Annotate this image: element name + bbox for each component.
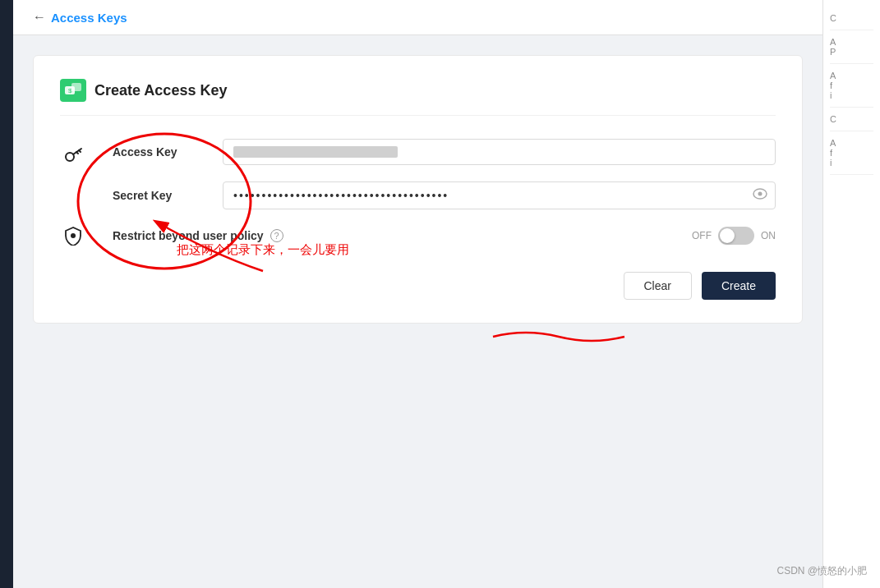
right-panel-item-2: AP (830, 37, 873, 64)
create-button[interactable]: Create (702, 272, 776, 300)
secret-key-input[interactable] (223, 181, 776, 209)
secret-key-label: Secret Key (113, 189, 203, 202)
svg-line-6 (76, 152, 78, 154)
toggle-visibility-icon[interactable] (753, 188, 767, 203)
restrict-label: Restrict beyond user policy (113, 229, 264, 242)
right-panel-item-3: Afi (830, 71, 873, 108)
right-panel-item-5: Afi (830, 138, 873, 175)
card-header-icon: $ (60, 79, 86, 102)
toggle-on-label: ON (761, 230, 776, 241)
page-content: $ Create Access Key (13, 35, 822, 588)
form-section: Access Key Secret Key (60, 139, 776, 209)
svg-rect-1 (71, 83, 81, 91)
back-link-label: Access Keys (51, 11, 127, 25)
key-icon (60, 145, 86, 165)
card-header: $ Create Access Key (60, 79, 776, 116)
secret-key-row: Secret Key (113, 181, 776, 209)
access-key-label: Access Key (113, 145, 203, 158)
access-key-input-wrap (223, 139, 776, 165)
toggle-off-label: OFF (692, 230, 712, 241)
restrict-section: Restrict beyond user policy ? OFF ON (60, 226, 776, 246)
right-panel: C AP Afi C Afi (822, 0, 880, 588)
main-content: ← Access Keys $ Create Access Key (13, 0, 822, 588)
card-title: Create Access Key (94, 82, 227, 99)
svg-text:$: $ (68, 87, 72, 94)
toggle-wrap: OFF ON (692, 227, 776, 245)
clear-button[interactable]: Clear (624, 272, 692, 300)
red-underline-annotation (493, 324, 641, 349)
sidebar-strip (0, 0, 13, 588)
right-panel-item-4: C (830, 114, 873, 131)
svg-point-8 (758, 192, 763, 196)
restrict-toggle[interactable] (718, 227, 754, 245)
shield-icon (60, 226, 86, 246)
svg-point-9 (71, 233, 76, 238)
create-access-key-card: $ Create Access Key (33, 55, 803, 324)
back-arrow-icon: ← (33, 10, 46, 25)
svg-line-5 (79, 150, 81, 152)
buttons-row: Clear Create (60, 272, 776, 300)
access-key-row: Access Key (113, 139, 776, 165)
form-fields: Access Key Secret Key (113, 139, 776, 209)
toggle-thumb (720, 228, 735, 243)
restrict-label-wrap: Restrict beyond user policy ? (113, 229, 666, 242)
csdn-watermark: CSDN @愤怒的小肥 (776, 564, 867, 578)
back-link[interactable]: ← Access Keys (33, 10, 127, 25)
top-nav: ← Access Keys (13, 0, 822, 35)
secret-key-input-wrap (223, 181, 776, 209)
right-panel-item-1: C (830, 13, 873, 30)
help-icon[interactable]: ? (270, 229, 283, 242)
